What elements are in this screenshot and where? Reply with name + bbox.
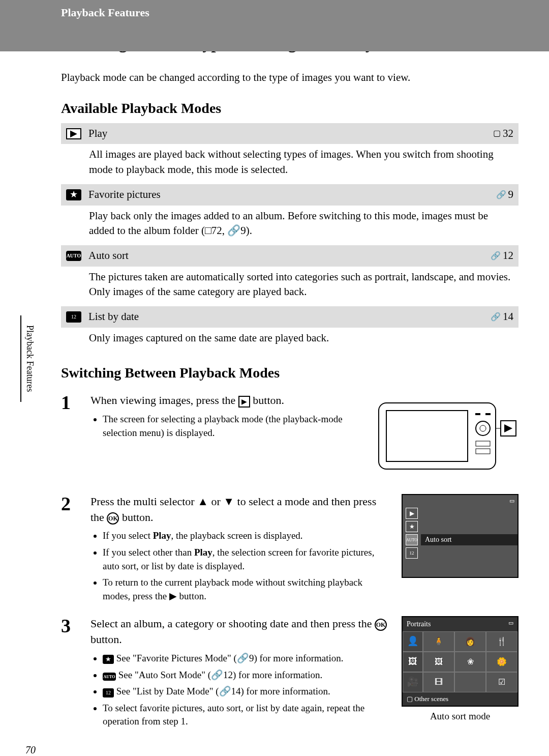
step-title: Select an album, a category or shooting … [90, 616, 392, 648]
intro-text: Playback mode can be changed according t… [61, 70, 518, 85]
mode-desc: The pictures taken are automatically sor… [61, 267, 518, 307]
section-label: Playback Features [10, 5, 539, 21]
mode-label: List by date [88, 309, 483, 324]
link-icon: 🔗 [491, 311, 501, 323]
step-bullet: 12 See "List by Date Mode" (🔗14) for mor… [103, 685, 392, 699]
folder-icon: ▢ [407, 695, 414, 703]
step-bullet: To return to the current playback mode w… [103, 576, 392, 603]
thumb: 👩 [454, 631, 486, 652]
step-1: 1 When viewing images, press the ▶ butto… [61, 393, 518, 483]
step-bullet: If you select Play, the playback screen … [103, 529, 392, 543]
step-number: 2 [61, 494, 81, 606]
svg-rect-4 [475, 413, 480, 415]
step-number: 1 [61, 393, 81, 483]
thumb: ☑ [486, 672, 517, 692]
play-button-icon: ▶ [238, 396, 250, 408]
book-icon: ▢ [493, 128, 501, 139]
mode-ref: 🔗 12 [491, 248, 513, 263]
autosort-screen: Portraits ▭ 👤 🧍 👩 🍴 🖼 🖼 ❀ 🌼 🎥 🎞 ☑ [402, 616, 518, 732]
screen-selected-label: Auto sort [421, 534, 517, 545]
auto-icon: AUTO [103, 673, 116, 681]
thumb: 🍴 [486, 631, 517, 652]
mode-label: Auto sort [88, 248, 483, 263]
battery-icon: ▭ [508, 619, 513, 629]
battery-icon: ▭ [509, 497, 514, 505]
cat-movie-icon: 🎥 [403, 672, 423, 692]
section-header: Playback Features [0, 0, 549, 51]
link-icon: 🔗 [496, 189, 506, 200]
thumb: ❀ [454, 652, 486, 672]
thumb: 🎞 [423, 672, 454, 692]
screen-title: Portraits [407, 619, 431, 629]
screen-date-icon: 12 [406, 547, 418, 559]
ok-button-icon: OK [107, 512, 119, 525]
screen-play-icon: ▶ [406, 508, 418, 519]
mode-ref: 🔗 9 [496, 187, 514, 202]
date-icon: 12 [66, 311, 81, 323]
mode-ref: ▢ 32 [493, 126, 513, 141]
mode-desc: Only images captured on the same date ar… [61, 328, 518, 353]
svg-point-2 [476, 421, 490, 435]
star-icon: ★ [66, 189, 81, 200]
svg-rect-0 [379, 403, 496, 469]
switching-heading: Switching Between Playback Modes [61, 363, 518, 383]
step-2: 2 Press the multi selector ▲ or ▼ to sel… [61, 494, 518, 606]
mode-selection-screen: ▭ ▶ ★ AUTO Auto sort 12 [402, 494, 518, 606]
svg-rect-1 [386, 411, 468, 461]
ok-button-icon: OK [375, 619, 387, 631]
play-icon: ▶ [66, 128, 81, 139]
mode-ref: 🔗 14 [491, 309, 513, 324]
cat-landscape-icon: 🖼 [403, 652, 423, 672]
thumb: 🖼 [423, 652, 454, 672]
thumb: 🧍 [423, 631, 454, 652]
mode-autosort: AUTO Auto sort 🔗 12 The pictures taken a… [61, 245, 518, 306]
screen-star-icon: ★ [406, 521, 418, 532]
available-modes-heading: Available Playback Modes [61, 98, 518, 118]
thumb [454, 672, 486, 692]
svg-rect-5 [485, 413, 491, 415]
step-bullet: ★ See "Favorite Pictures Mode" (🔗9) for … [103, 652, 392, 665]
date-icon: 12 [103, 688, 114, 697]
mode-desc: Play back only the images added to an al… [61, 206, 518, 246]
step-title: Press the multi selector ▲ or ▼ to selec… [90, 494, 392, 526]
cat-portrait-icon: 👤 [403, 631, 423, 652]
step-bullet: The screen for selecting a playback mode… [103, 413, 367, 440]
screen-auto-icon: AUTO [406, 534, 418, 545]
svg-rect-6 [476, 441, 490, 446]
screen-footer: Other scenes [414, 695, 448, 703]
screen-caption: Auto sort mode [402, 710, 518, 723]
mode-listbydate: 12 List by date 🔗 14 Only images capture… [61, 306, 518, 353]
svg-rect-7 [476, 449, 490, 454]
mode-desc: All images are played back without selec… [61, 144, 518, 184]
mode-label: Play [88, 126, 486, 141]
step-number: 3 [61, 616, 81, 732]
link-icon: 🔗 [491, 250, 501, 261]
auto-icon: AUTO [66, 251, 81, 261]
mode-favorite: ★ Favorite pictures 🔗 9 Play back only t… [61, 184, 518, 245]
step-3: 3 Select an album, a category or shootin… [61, 616, 518, 732]
step-bullet: If you select other than Play, the selec… [103, 546, 392, 573]
star-icon: ★ [103, 655, 114, 664]
step-bullet: AUTO See "Auto Sort Mode" (🔗12) for more… [103, 668, 392, 682]
mode-play: ▶ Play ▢ 32 All images are played back w… [61, 123, 518, 184]
mode-label: Favorite pictures [88, 187, 489, 202]
step-title: When viewing images, press the ▶ button. [90, 393, 367, 409]
page-number: 70 [25, 743, 36, 756]
svg-point-3 [480, 425, 486, 431]
step-bullet: To select favorite pictures, auto sort, … [103, 702, 392, 729]
thumb: 🌼 [486, 652, 517, 672]
side-tab: Playback Features [20, 315, 38, 402]
camera-illustration [376, 393, 518, 483]
